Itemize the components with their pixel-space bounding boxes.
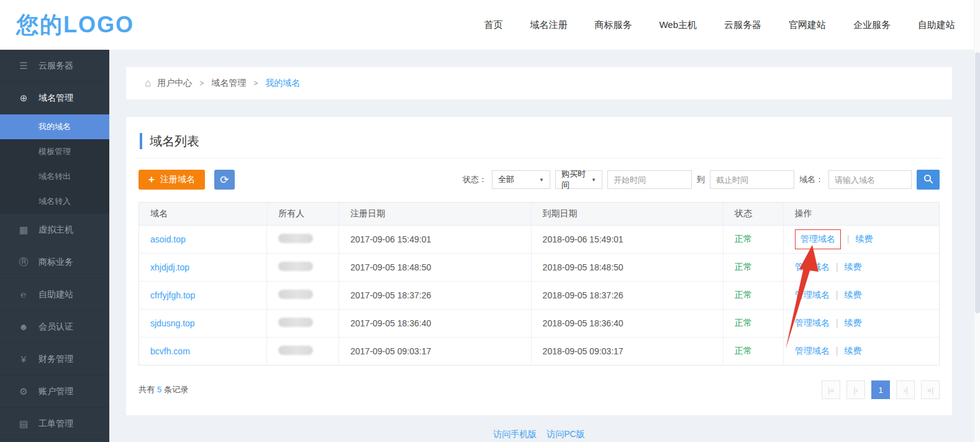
sidebar-item-label: 域名管理	[39, 93, 73, 104]
end-date-input[interactable]	[710, 170, 794, 189]
sidebar-item[interactable]: ☰云服务器	[0, 50, 109, 82]
domain-search-input[interactable]	[828, 170, 912, 189]
sidebar-subitem[interactable]: 模板管理	[0, 139, 109, 164]
record-count: 共有5条记录	[138, 384, 188, 395]
domain-link[interactable]: bcvfh.com	[150, 346, 190, 356]
domain-link[interactable]: xhjdjdj.top	[150, 262, 189, 272]
plus-icon: +	[148, 173, 155, 186]
owner-redacted	[278, 234, 313, 243]
sidebar-item-label: 自助建站	[39, 289, 73, 300]
actions-cell: 管理域名|续费	[783, 254, 939, 282]
sidebar-item-label: 财务管理	[39, 354, 73, 365]
sidebar-item[interactable]: ℮自助建站	[0, 279, 109, 311]
status-label: 状态：	[463, 174, 487, 185]
status-cell: 正常	[723, 310, 783, 338]
nav-item[interactable]: 域名注册	[530, 19, 567, 31]
sidebar-item[interactable]: Ⓡ商标业务	[0, 246, 109, 279]
start-date-input[interactable]	[607, 170, 692, 189]
sidebar-item[interactable]: ⊕域名管理	[0, 82, 109, 114]
renew-link[interactable]: 续费	[844, 290, 861, 300]
table-row: asoid.top2017-09-06 15:49:012018-09-06 1…	[139, 226, 940, 254]
sidebar-item-label: 商标业务	[39, 257, 73, 268]
expire-date-cell: 2018-09-05 09:03:17	[531, 338, 723, 366]
current-page-button[interactable]: 1	[871, 380, 890, 399]
toolbar: + 注册域名 ⟳ 状态： 全部 ▼ 购买时间 ▼	[138, 170, 940, 190]
manage-domain-link[interactable]: 管理域名	[795, 318, 830, 328]
status-select[interactable]: 全部 ▼	[492, 170, 550, 189]
finance-icon: ¥	[17, 354, 30, 364]
renew-link[interactable]: 续费	[855, 234, 873, 244]
manage-domain-link[interactable]: 管理域名	[795, 262, 830, 272]
table-row: cfrfyjfgh.top2017-09-05 18:37:262018-09-…	[139, 282, 940, 310]
actions-cell: 管理域名|续费	[783, 282, 939, 310]
status-cell: 正常	[723, 282, 783, 310]
action-separator: |	[836, 318, 838, 328]
table-body: asoid.top2017-09-06 15:49:012018-09-06 1…	[139, 226, 940, 366]
status-cell: 正常	[723, 254, 783, 282]
domain-cell: bcvfh.com	[139, 338, 267, 366]
nav-item[interactable]: 商标服务	[594, 19, 632, 31]
column-header: 操作	[783, 203, 939, 226]
manage-domain-link[interactable]: 管理域名	[795, 229, 841, 249]
renew-link[interactable]: 续费	[844, 262, 861, 272]
domain-link[interactable]: cfrfyjfgh.top	[150, 290, 195, 300]
sidebar-submenu: 我的域名模板管理域名转出域名转入	[0, 114, 109, 214]
logo: 您的LOGO	[16, 10, 134, 40]
breadcrumb-user-center[interactable]: 用户中心	[157, 78, 192, 89]
domain-cell: xhjdjdj.top	[139, 254, 267, 282]
action-separator: |	[836, 290, 838, 300]
breadcrumb-domain-manage[interactable]: 域名管理	[211, 78, 246, 89]
record-count-prefix: 共有	[138, 385, 155, 394]
sidebar-item[interactable]: ⚙账户管理	[0, 375, 109, 408]
manage-domain-link[interactable]: 管理域名	[795, 346, 830, 356]
sidebar-subitem[interactable]: 域名转出	[0, 164, 109, 189]
sidebar-item[interactable]: ☻会员认证	[0, 311, 109, 343]
sidebar-item[interactable]: ▤工单管理	[0, 408, 109, 440]
table-row: sjdusng.top2017-09-05 18:36:402018-09-05…	[139, 310, 940, 338]
time-type-select[interactable]: 购买时间 ▼	[555, 170, 602, 189]
last-page-button[interactable]: »|	[921, 380, 940, 399]
next-page-button[interactable]: ›|	[896, 380, 915, 399]
sidebar-item[interactable]: ¥财务管理	[0, 343, 109, 375]
nav-item[interactable]: Web主机	[659, 19, 697, 31]
refresh-button[interactable]: ⟳	[214, 170, 235, 190]
pc-version-link[interactable]: 访问PC版	[547, 429, 584, 439]
renew-link[interactable]: 续费	[844, 318, 861, 328]
nav-item[interactable]: 首页	[484, 19, 502, 31]
domain-link[interactable]: sjdusng.top	[150, 318, 195, 328]
status-badge: 正常	[735, 262, 752, 272]
owner-cell	[267, 282, 339, 310]
nav-item[interactable]: 企业服务	[853, 19, 891, 31]
status-select-value: 全部	[498, 174, 514, 185]
sidebar-item-label: 会员认证	[39, 321, 73, 333]
sidebar-subitem[interactable]: 我的域名	[0, 114, 109, 139]
search-button[interactable]	[917, 170, 940, 190]
sidebar-item-label: 工单管理	[39, 418, 73, 430]
sidebar-subitem[interactable]: 域名转入	[0, 189, 109, 214]
member-auth-icon: ☻	[17, 321, 30, 332]
page-scrollbar[interactable]	[974, 0, 980, 442]
register-domain-label: 注册域名	[160, 174, 195, 185]
nav-item[interactable]: 自助建站	[918, 19, 955, 31]
cloud-server-icon: ☰	[17, 60, 30, 71]
manage-domain-link[interactable]: 管理域名	[795, 290, 830, 300]
domain-link[interactable]: asoid.top	[150, 234, 186, 244]
first-page-button[interactable]: |«	[822, 380, 840, 399]
mobile-version-link[interactable]: 访问手机版	[493, 429, 537, 439]
register-domain-button[interactable]: + 注册域名	[138, 170, 205, 190]
prev-page-button[interactable]: |‹	[846, 380, 865, 399]
nav-item[interactable]: 云服务器	[724, 19, 761, 31]
expire-date-cell: 2018-09-05 18:36:40	[531, 310, 723, 338]
scrollbar-thumb[interactable]	[975, 52, 980, 313]
owner-cell	[267, 254, 339, 282]
main-content: ⌂ 用户中心 > 域名管理 > 我的域名 域名列表 + 注册域名 ⟳ 状态：	[109, 50, 980, 442]
domain-list-card: 域名列表 + 注册域名 ⟳ 状态： 全部 ▼ 购买时间	[126, 117, 952, 415]
nav-item[interactable]: 官网建站	[789, 19, 826, 31]
table-row: bcvfh.com2017-09-05 09:03:172018-09-05 0…	[139, 338, 940, 366]
search-icon	[923, 174, 933, 186]
status-badge: 正常	[735, 290, 752, 300]
table-footer: 共有5条记录 |«|‹1›|»|	[138, 380, 940, 399]
renew-link[interactable]: 续费	[844, 346, 861, 356]
sidebar-item-label: 云服务器	[39, 60, 73, 71]
sidebar-item[interactable]: ▦虚拟主机	[0, 214, 109, 246]
